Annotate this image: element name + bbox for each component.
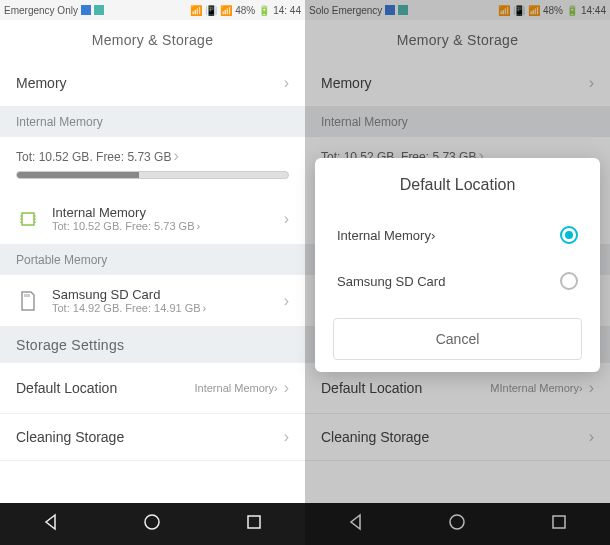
chip-icon xyxy=(16,207,40,231)
signal-icon: 📶 xyxy=(498,5,510,16)
memory-label: Memory xyxy=(16,75,67,91)
wifi-icon: 📶 xyxy=(220,5,232,16)
internal-memory-header: Internal Memory xyxy=(0,107,305,137)
home-button[interactable] xyxy=(447,512,467,536)
dialog-option-internal[interactable]: Internal Memory› xyxy=(315,212,600,258)
chevron-right-icon: › xyxy=(284,379,289,397)
chevron-right-icon: › xyxy=(589,74,594,92)
chevron-right-icon: › xyxy=(284,210,289,228)
page-title: Memory & Storage xyxy=(305,20,610,60)
svg-rect-0 xyxy=(22,213,34,225)
signal-icon: 📶 xyxy=(190,5,202,16)
sd-name: Samsung SD Card xyxy=(52,287,272,302)
back-button[interactable] xyxy=(41,512,61,536)
time-label: 14: 44 xyxy=(273,5,301,16)
default-location-label: Default Location xyxy=(321,380,422,396)
default-location-row[interactable]: Default Location Internal Memory› › xyxy=(0,363,305,414)
internal-name: Internal Memory xyxy=(52,205,272,220)
sd-card-icon xyxy=(16,289,40,313)
status-bar: Emergency Only 📶 📳 📶 48% 🔋 14: 44 xyxy=(0,0,305,20)
default-location-label: Default Location xyxy=(16,380,117,396)
storage-settings-title: Storage Settings xyxy=(0,327,305,363)
svg-rect-14 xyxy=(553,516,565,528)
battery-label: 48% xyxy=(235,5,255,16)
svg-rect-11 xyxy=(248,516,260,528)
nav-bar xyxy=(305,503,610,545)
chevron-right-icon: › xyxy=(589,428,594,446)
back-button[interactable] xyxy=(346,512,366,536)
chevron-right-icon: › xyxy=(284,74,289,92)
storage-progress xyxy=(0,171,305,193)
carrier-label: Solo Emergency xyxy=(309,5,382,16)
cleaning-storage-row[interactable]: Cleaning Storage › xyxy=(0,414,305,461)
status-icon xyxy=(81,5,91,15)
home-button[interactable] xyxy=(142,512,162,536)
sd-sub: Tot: 14.92 GB. Free: 14.91 GB› xyxy=(52,302,272,314)
battery-label: 48% xyxy=(543,5,563,16)
status-icon xyxy=(94,5,104,15)
radio-unchecked-icon xyxy=(560,272,578,290)
recent-button[interactable] xyxy=(549,512,569,536)
cleaning-label: Cleaning Storage xyxy=(321,429,429,445)
memory-label: Memory xyxy=(321,75,372,91)
cleaning-label: Cleaning Storage xyxy=(16,429,124,445)
default-location-dialog: Default Location Internal Memory› Samsun… xyxy=(315,158,600,372)
status-bar: Solo Emergency 📶 📳 📶 48% 🔋 14:44 xyxy=(305,0,610,20)
radio-checked-icon xyxy=(560,226,578,244)
recent-button[interactable] xyxy=(244,512,264,536)
time-label: 14:44 xyxy=(581,5,606,16)
sd-card-item[interactable]: Samsung SD Card Tot: 14.92 GB. Free: 14.… xyxy=(0,275,305,327)
svg-point-10 xyxy=(145,515,159,529)
chevron-right-icon: › xyxy=(284,428,289,446)
memory-row[interactable]: Memory › xyxy=(0,60,305,107)
dialog-option-sdcard[interactable]: Samsung SD Card xyxy=(315,258,600,304)
internal-memory-header: Internal Memory xyxy=(305,107,610,137)
chevron-right-icon: › xyxy=(284,292,289,310)
default-location-value: Internal Memory› xyxy=(195,382,278,394)
internal-totfree: Tot: 10.52 GB. Free: 5.73 GB› xyxy=(0,137,305,171)
dialog-title: Default Location xyxy=(315,176,600,212)
left-screen: Emergency Only 📶 📳 📶 48% 🔋 14: 44 Memory… xyxy=(0,0,305,545)
battery-icon: 🔋 xyxy=(258,5,270,16)
memory-row[interactable]: Memory › xyxy=(305,60,610,107)
carrier-label: Emergency Only xyxy=(4,5,78,16)
vibrate-icon: 📳 xyxy=(513,5,525,16)
status-icon xyxy=(398,5,408,15)
vibrate-icon: 📳 xyxy=(205,5,217,16)
portable-memory-header: Portable Memory xyxy=(0,245,305,275)
chevron-right-icon: › xyxy=(589,379,594,397)
internal-memory-item[interactable]: Internal Memory Tot: 10.52 GB. Free: 5.7… xyxy=(0,193,305,245)
page-title: Memory & Storage xyxy=(0,20,305,60)
cleaning-storage-row[interactable]: Cleaning Storage › xyxy=(305,414,610,461)
status-icon xyxy=(385,5,395,15)
cancel-button[interactable]: Cancel xyxy=(333,318,582,360)
wifi-icon: 📶 xyxy=(528,5,540,16)
nav-bar xyxy=(0,503,305,545)
option-label: Samsung SD Card xyxy=(337,274,445,289)
option-label: Internal Memory› xyxy=(337,228,435,243)
internal-sub: Tot: 10.52 GB. Free: 5.73 GB› xyxy=(52,220,272,232)
default-location-value: MInternal Memory› xyxy=(490,382,582,394)
battery-icon: 🔋 xyxy=(566,5,578,16)
svg-point-13 xyxy=(450,515,464,529)
